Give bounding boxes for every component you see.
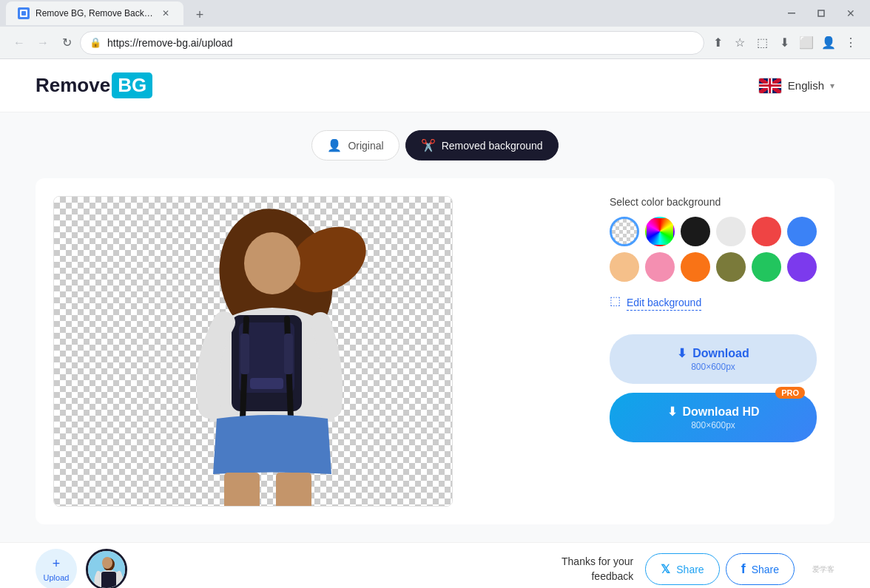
logo-bg-text: BG <box>112 72 152 98</box>
color-bg-title: Select color background <box>610 196 817 208</box>
download-hd-size: 800×600px <box>691 420 735 430</box>
swatch-purple[interactable] <box>787 252 817 282</box>
tab-title: Remove BG, Remove Backgro... <box>36 8 154 18</box>
edit-bg-button[interactable]: Edit background <box>627 297 701 311</box>
swatch-transparent[interactable] <box>610 217 639 246</box>
forward-button[interactable]: → <box>33 33 53 53</box>
svg-rect-3 <box>818 10 824 16</box>
language-text: English <box>788 79 824 92</box>
svg-rect-2 <box>788 13 795 14</box>
download-mgr-button[interactable]: ⬇ <box>774 33 795 53</box>
toolbar-actions: ⬆ ☆ ⬚ ⬇ ⬜ 👤 ⋮ <box>707 33 861 53</box>
twitter-share-btn[interactable]: 𝕏 Share <box>645 553 719 585</box>
download-section: ⬇ Download 800×600px PRO ⬇ Download HD 8… <box>610 334 817 442</box>
upload-button[interactable]: + Upload <box>36 549 77 589</box>
download-standard-icon: ⬇ <box>677 346 687 360</box>
tab-favicon <box>18 7 30 19</box>
swatch-rainbow[interactable] <box>645 217 675 246</box>
download-standard-btn[interactable]: ⬇ Download 800×600px <box>610 334 817 384</box>
site-header: Remove BG English ▾ <box>0 59 870 112</box>
browser-chrome: Remove BG, Remove Backgro... ✕ + ✕ ← → ↻… <box>0 0 870 59</box>
desktop-button[interactable]: ⬚ <box>752 33 772 53</box>
image-thumbnail[interactable] <box>86 549 127 589</box>
swatch-red[interactable] <box>752 217 781 246</box>
download-standard-size: 800×600px <box>691 362 735 372</box>
extensions-button[interactable]: ⬜ <box>796 33 817 53</box>
menu-button[interactable]: ⋮ <box>840 33 861 53</box>
facebook-share-label: Share <box>752 564 779 575</box>
edit-bg-icon: ⬚ <box>610 294 621 308</box>
profile-button[interactable]: 👤 <box>818 33 839 53</box>
window-maximize-btn[interactable] <box>808 3 834 24</box>
right-panel: Select color background <box>610 196 817 507</box>
swatch-black[interactable] <box>681 217 710 246</box>
original-toggle-btn[interactable]: 👤 Original <box>311 130 399 160</box>
color-bg-section: Select color background <box>610 196 817 311</box>
facebook-icon: f <box>741 561 746 577</box>
address-bar[interactable]: 🔒 https://remove-bg.ai/upload <box>80 31 704 55</box>
bookmark-button[interactable]: ☆ <box>729 33 750 53</box>
removed-bg-label: Removed background <box>442 140 543 152</box>
image-area <box>53 196 586 507</box>
swatch-pink[interactable] <box>645 252 675 282</box>
upload-label: Upload <box>44 573 70 582</box>
swatch-lightgray[interactable] <box>716 217 746 246</box>
new-tab-button[interactable]: + <box>189 4 210 25</box>
feedback-text: Thanks for your feedback <box>544 555 633 584</box>
upload-area: + Upload <box>36 549 127 589</box>
svg-point-6 <box>244 232 300 294</box>
right-bottom-section: Thanks for your feedback 𝕏 Share f Share… <box>544 553 834 585</box>
social-buttons: 𝕏 Share f Share <box>645 553 795 585</box>
main-content: 👤 Original ✂️ Removed background <box>0 112 870 542</box>
window-minimize-btn[interactable] <box>778 3 805 24</box>
pro-badge: PRO <box>775 387 805 399</box>
svg-rect-19 <box>101 572 116 589</box>
language-selector[interactable]: English ▾ <box>758 78 834 94</box>
share-button[interactable]: ⬆ <box>707 33 728 53</box>
thumbnail-image <box>88 551 127 589</box>
download-standard-label: Download <box>692 347 749 360</box>
logo-remove-text: Remove <box>36 74 110 97</box>
svg-point-18 <box>102 557 112 569</box>
window-close-btn[interactable]: ✕ <box>837 3 864 24</box>
swatch-green[interactable] <box>752 252 781 282</box>
swatch-olive[interactable] <box>716 252 746 282</box>
url-text: https://remove-bg.ai/upload <box>107 37 695 49</box>
swatch-orange[interactable] <box>681 252 710 282</box>
svg-rect-1 <box>21 11 26 16</box>
svg-rect-15 <box>276 473 311 507</box>
swatch-peach[interactable] <box>610 252 639 282</box>
bottom-bar: + Upload Thanks for your feedback <box>0 542 870 588</box>
download-hd-icon: ⬇ <box>667 405 677 419</box>
page: Remove BG English ▾ 👤 Original <box>0 59 870 588</box>
removed-bg-toggle-btn[interactable]: ✂️ Removed background <box>405 130 559 160</box>
flag-icon <box>758 78 782 94</box>
watermark-text: 爱学客 <box>812 564 834 575</box>
edit-bg-container: ⬚ Edit background <box>610 291 817 311</box>
view-toggle: 👤 Original ✂️ Removed background <box>36 130 834 160</box>
reload-button[interactable]: ↻ <box>56 33 77 53</box>
browser-tab[interactable]: Remove BG, Remove Backgro... ✕ <box>6 1 183 25</box>
svg-rect-12 <box>240 334 249 374</box>
original-label: Original <box>348 140 383 152</box>
upload-plus-icon: + <box>53 556 61 572</box>
svg-rect-13 <box>284 334 293 374</box>
swatch-blue[interactable] <box>787 217 817 246</box>
download-hd-btn[interactable]: PRO ⬇ Download HD 800×600px <box>610 393 817 442</box>
download-hd-label: Download HD <box>683 405 760 419</box>
edit-bg-label: Edit background <box>627 297 701 308</box>
browser-toolbar: ← → ↻ 🔒 https://remove-bg.ai/upload ⬆ ☆ … <box>0 27 870 59</box>
color-swatches <box>610 217 817 282</box>
download-hd-main: ⬇ Download HD <box>667 405 760 419</box>
back-button[interactable]: ← <box>9 33 30 53</box>
chevron-down-icon: ▾ <box>830 81 834 91</box>
image-workspace: Select color background <box>36 178 834 524</box>
tab-close-btn[interactable]: ✕ <box>160 7 172 19</box>
window-controls: ✕ <box>778 3 864 24</box>
download-standard-main: ⬇ Download <box>677 346 749 360</box>
person-image <box>54 197 453 507</box>
image-container <box>53 196 453 507</box>
svg-rect-14 <box>224 473 260 507</box>
removed-bg-icon: ✂️ <box>421 138 436 152</box>
facebook-share-btn[interactable]: f Share <box>726 553 795 585</box>
